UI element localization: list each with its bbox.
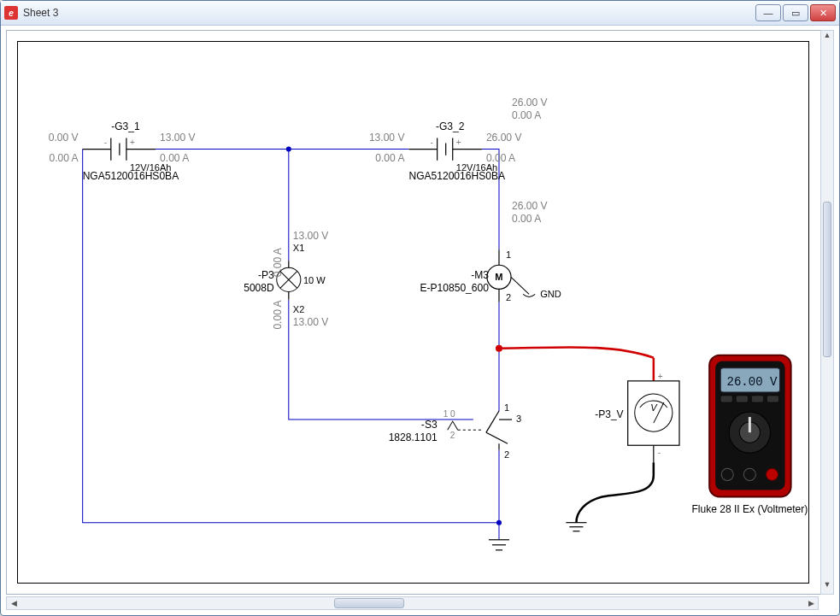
ground-symbol <box>489 540 509 550</box>
svg-point-45 <box>743 468 755 480</box>
node-top-left <box>286 147 291 152</box>
s3-name: -S3 <box>421 419 438 431</box>
s3-pin1: 1 <box>504 402 509 413</box>
probe-lead-positive <box>499 347 654 381</box>
vertical-scrollbar[interactable]: ▲ ▼ <box>820 30 834 595</box>
node-bottom <box>496 520 502 525</box>
scroll-down-icon[interactable]: ▼ <box>821 580 833 594</box>
multimeter-label: Fluke 28 II Ex (Voltmeter) <box>691 503 808 515</box>
m3-name: -M3 <box>471 269 489 281</box>
g3-1-vplus: 13.00 V <box>160 132 196 144</box>
motor-m3: M 1 2 -M3 E-P10850_600 GND 26.00 V 0.00 … <box>420 200 561 303</box>
p3-vbot: 13.00 V <box>293 316 329 328</box>
maximize-icon: ▭ <box>791 8 800 19</box>
m3-pin2: 2 <box>506 292 511 302</box>
s3-pos-b: 2 <box>450 431 455 440</box>
lamp-p3: -P3 5008D 10 W X1 X2 13.00 V 13.00 V 0.0… <box>244 230 328 330</box>
voltmeter-p3v: V -P3_V + - <box>595 372 679 462</box>
svg-rect-38 <box>736 396 748 402</box>
svg-rect-30 <box>628 381 679 445</box>
window-frame: e Sheet 3 — ▭ ✕ <box>0 0 840 616</box>
p3-vtop: 13.00 V <box>293 230 329 242</box>
switch-s3: 1 3 2 1 0 2 -S3 1828.1101 <box>389 402 522 460</box>
g3-1-name: -G3_1 <box>111 120 140 132</box>
scroll-right-icon[interactable]: ▶ <box>804 599 818 607</box>
m3-pin1: 1 <box>506 249 511 260</box>
svg-rect-37 <box>720 396 732 402</box>
s3-pin3: 3 <box>516 414 521 424</box>
title-bar[interactable]: e Sheet 3 — ▭ ✕ <box>1 1 839 26</box>
s3-pos-a: 1 0 <box>443 409 455 419</box>
g3-1-tplus: + <box>130 138 135 147</box>
g3-1-tminus: - <box>104 138 107 147</box>
svg-line-23 <box>486 411 499 432</box>
probe-lead-negative <box>566 462 653 531</box>
bus26-i: 0.00 A <box>512 109 542 121</box>
schematic-svg: -G3_1 NGA5120016HS0BA 12V/16Ah - + 0.00 … <box>18 42 808 583</box>
p3-x2: X2 <box>293 304 305 314</box>
multimeter-reading: 26.00 V <box>727 375 778 389</box>
m3-v: 26.00 V <box>512 200 548 212</box>
g3-2-tminus: - <box>431 138 433 147</box>
svg-point-46 <box>766 468 778 480</box>
s3-model: 1828.1101 <box>389 431 438 443</box>
window-title: Sheet 3 <box>23 7 58 19</box>
p3v-name: -P3_V <box>595 408 623 420</box>
horizontal-scroll-thumb[interactable] <box>334 598 404 608</box>
scroll-up-icon[interactable]: ▲ <box>821 31 833 44</box>
p3-power: 10 W <box>303 275 326 285</box>
g3-2-vminus: 13.00 V <box>369 132 405 144</box>
close-icon: ✕ <box>819 8 827 19</box>
svg-point-44 <box>721 468 733 480</box>
m3-gnd: GND <box>540 289 561 299</box>
client-border: -G3_1 NGA5120016HS0BA 12V/16Ah - + 0.00 … <box>6 30 834 595</box>
m3-symbol: M <box>495 272 502 282</box>
g3-1-vminus: 0.00 V <box>49 132 79 144</box>
p3-ibot: 0.00 A <box>272 299 284 329</box>
g3-2-iplus: 0.00 A <box>486 152 516 164</box>
svg-line-24 <box>486 432 508 443</box>
horizontal-scrollbar[interactable]: ◀ ▶ <box>6 596 819 610</box>
p3-model: 5008D <box>244 282 274 294</box>
m3-i: 0.00 A <box>512 213 542 225</box>
minimize-icon: — <box>764 8 773 18</box>
svg-line-21 <box>511 277 529 294</box>
p3v-plus: + <box>658 372 663 381</box>
p3v-symbol: V <box>650 402 658 413</box>
minimize-button[interactable]: — <box>755 4 781 21</box>
battery-g3-1: -G3_1 NGA5120016HS0BA 12V/16Ah - + 0.00 … <box>49 120 196 181</box>
g3-1-iplus: 0.00 A <box>160 152 190 164</box>
s3-pin2: 2 <box>504 449 509 460</box>
maximize-button[interactable]: ▭ <box>783 4 808 21</box>
vertical-scroll-thumb[interactable] <box>823 202 831 357</box>
schematic-canvas[interactable]: -G3_1 NGA5120016HS0BA 12V/16Ah - + 0.00 … <box>17 41 809 584</box>
scroll-left-icon[interactable]: ◀ <box>7 599 21 607</box>
node-probe-tap <box>496 345 502 352</box>
p3-itop: 0.00 A <box>272 247 284 277</box>
app-icon: e <box>4 6 18 20</box>
p3v-minus: - <box>658 448 661 457</box>
g3-2-name: -G3_2 <box>436 120 465 132</box>
m3-model: E-P10850_600 <box>420 282 490 294</box>
g3-2-tplus: + <box>456 138 461 147</box>
g3-1-iminus: 0.00 A <box>49 152 79 164</box>
wire-net <box>83 150 499 540</box>
g3-2-vplus: 26.00 V <box>486 132 522 144</box>
multimeter[interactable]: 26.00 V Fluke 28 II Ex (Voltmeter) <box>691 355 808 515</box>
p3-x1: X1 <box>293 243 305 253</box>
battery-g3-2: -G3_2 NGA5120016HS0BA 12V/16Ah - + 13.00… <box>369 120 522 181</box>
bus26-v: 26.00 V <box>512 97 548 109</box>
close-button[interactable]: ✕ <box>810 4 836 21</box>
svg-rect-39 <box>751 396 763 402</box>
g3-2-iminus: 0.00 A <box>375 152 405 164</box>
svg-rect-40 <box>767 396 778 402</box>
